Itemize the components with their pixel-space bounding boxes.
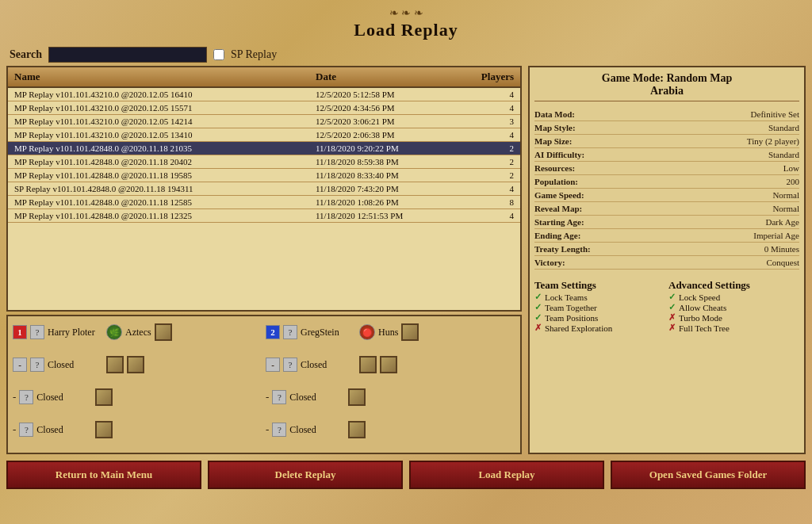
replay-date: 11/18/2020 1:08:26 PM [316, 197, 458, 207]
replay-name: MP Replay v101.101.42848.0 @2020.11.18 2… [14, 157, 316, 166]
game-info-row: Starting Age: Dark Age [534, 216, 799, 229]
open-folder-button[interactable]: Open Saved Games Folder [611, 461, 806, 489]
replay-name: MP Replay v101.101.43210.0 @2020.12.05 1… [14, 103, 316, 113]
replay-date: 11/18/2020 12:51:53 PM [316, 211, 458, 220]
main-content: Name Date Players MP Replay v101.101.432… [0, 66, 812, 454]
game-info-row: Data Mod: Definitive Set [534, 108, 799, 121]
player-slot-left-2: - ? Closed [13, 354, 262, 376]
table-row[interactable]: SP Replay v101.101.42848.0 @2020.11.18 1… [8, 182, 520, 196]
replay-name: MP Replay v101.101.43210.0 @2020.12.05 1… [14, 130, 316, 140]
replay-name: MP Replay v101.101.42848.0 @2020.11.18 1… [14, 197, 316, 207]
game-info-row: Map Size: Tiny (2 player) [534, 135, 799, 148]
right-panel: Game Mode: Random Map Arabia Data Mod: D… [528, 66, 806, 454]
slot-q: ? [19, 423, 33, 437]
team-setting-row: ✓ Team Together [534, 302, 665, 312]
player-slot-left-1: 2 ? GregStein 🔴 Huns [266, 321, 515, 343]
replay-name: MP Replay v101.101.42848.0 @2020.11.18 1… [14, 170, 316, 180]
col-date: Date [316, 71, 458, 83]
player-slot-left-3: - ? Closed [266, 354, 515, 376]
replay-list[interactable]: MP Replay v101.101.43210.0 @2020.12.05 1… [8, 88, 520, 310]
slot-q: ? [272, 390, 286, 404]
table-row[interactable]: MP Replay v101.101.42848.0 @2020.11.18 1… [8, 196, 520, 209]
game-info-row: Reveal Map: Normal [534, 202, 799, 216]
player-slot-right-3: - ? Closed [266, 419, 515, 441]
info-label: Map Size: [534, 136, 572, 146]
replay-players: 4 [458, 90, 514, 99]
table-row[interactable]: MP Replay v101.101.42848.0 @2020.11.18 2… [8, 155, 520, 169]
advanced-setting-row: ✗ Full Tech Tree [668, 323, 799, 333]
slot-player-name: Closed [36, 392, 92, 404]
replay-players: 4 [458, 184, 514, 193]
setting-check: ✗ [668, 312, 676, 323]
table-row[interactable]: MP Replay v101.101.43210.0 @2020.12.05 1… [8, 128, 520, 142]
header-ornament: ❧ ❧ ❧ [0, 6, 812, 20]
advanced-setting-row: ✓ Lock Speed [668, 292, 799, 302]
table-row[interactable]: MP Replay v101.101.42848.0 @2020.11.18 1… [8, 169, 520, 182]
delete-button[interactable]: Delete Replay [208, 461, 403, 489]
replay-table: Name Date Players MP Replay v101.101.432… [6, 66, 522, 312]
load-button[interactable]: Load Replay [409, 461, 604, 489]
advanced-settings: Advanced Settings ✓ Lock Speed✓ Allow Ch… [668, 273, 799, 333]
info-value: Normal [772, 204, 799, 213]
replay-date: 12/5/2020 3:06:21 PM [316, 117, 458, 126]
game-info-row: Ending Age: Imperial Age [534, 229, 799, 243]
slot-number: - [266, 358, 280, 372]
team-setting-row: ✓ Lock Teams [534, 292, 665, 302]
replay-players: 2 [458, 170, 514, 180]
game-info-row: AI Difficulty: Standard [534, 148, 799, 162]
empty-civ-box [359, 356, 377, 373]
search-input[interactable] [48, 47, 207, 63]
table-row[interactable]: MP Replay v101.101.43210.0 @2020.12.05 1… [8, 88, 520, 101]
setting-label: Team Together [545, 303, 597, 312]
slot-dash: - [266, 423, 269, 436]
slot-q: ? [30, 325, 44, 339]
replay-date: 11/18/2020 8:59:38 PM [316, 157, 458, 166]
setting-label: Lock Teams [545, 293, 588, 302]
setting-check: ✓ [534, 302, 542, 312]
info-value: Definitive Set [751, 109, 799, 119]
slot-color-box [127, 356, 144, 373]
replay-players: 2 [458, 157, 514, 166]
table-row[interactable]: MP Replay v101.101.42848.0 @2020.11.18 1… [8, 209, 520, 223]
slot-dash: - [266, 391, 269, 404]
slot-color-box [401, 323, 419, 341]
sp-replay-checkbox[interactable] [213, 49, 224, 60]
civ-name: Huns [378, 327, 398, 338]
game-info-row: Treaty Length: 0 Minutes [534, 243, 799, 256]
setting-check: ✓ [668, 302, 676, 312]
search-row: Search SP Replay [0, 44, 812, 66]
table-row[interactable]: MP Replay v101.101.42848.0 @2020.11.18 2… [8, 142, 520, 155]
slot-number: 2 [266, 325, 280, 339]
table-row[interactable]: MP Replay v101.101.43210.0 @2020.12.05 1… [8, 115, 520, 128]
team-settings: Team Settings ✓ Lock Teams✓ Team Togethe… [534, 273, 665, 333]
info-value: Standard [768, 123, 799, 132]
info-label: Treaty Length: [534, 244, 591, 254]
player-area: 1 ? Harry Ploter 🌿 Aztecs 2 ? GregStein … [6, 315, 522, 454]
slot-player-name: GregStein [301, 327, 356, 338]
game-info-row: Victory: Conquest [534, 256, 799, 270]
replay-players: 4 [458, 211, 514, 220]
replay-players: 4 [458, 103, 514, 113]
team-setting-row: ✗ Shared Exploration [534, 323, 665, 333]
civ-name: Aztecs [125, 327, 151, 338]
player-slot-right-0: - ? Closed [13, 386, 262, 408]
player-civ: 🔴 Huns [359, 324, 398, 340]
setting-label: Allow Cheats [679, 303, 726, 312]
left-panel: Name Date Players MP Replay v101.101.432… [6, 66, 522, 454]
info-value: 0 Minutes [764, 244, 799, 254]
info-value: Tiny (2 player) [747, 136, 799, 146]
game-info-row: Map Style: Standard [534, 121, 799, 135]
info-label: Ending Age: [534, 231, 580, 240]
advanced-settings-title: Advanced Settings [668, 279, 799, 292]
setting-label: Full Tech Tree [679, 323, 730, 333]
table-row[interactable]: MP Replay v101.101.43210.0 @2020.12.05 1… [8, 101, 520, 115]
slot-q: ? [283, 325, 297, 339]
slot-player-name: Closed [289, 392, 345, 404]
replay-date: 11/18/2020 9:20:22 PM [316, 143, 458, 153]
player-slot-right-1: - ? Closed [266, 386, 515, 408]
info-label: Resources: [534, 163, 575, 173]
return-button[interactable]: Return to Main Menu [6, 461, 201, 489]
replay-name: MP Replay v101.101.42848.0 @2020.11.18 1… [14, 211, 316, 220]
game-info-row: Game Speed: Normal [534, 189, 799, 202]
slot-number: - [13, 358, 27, 372]
